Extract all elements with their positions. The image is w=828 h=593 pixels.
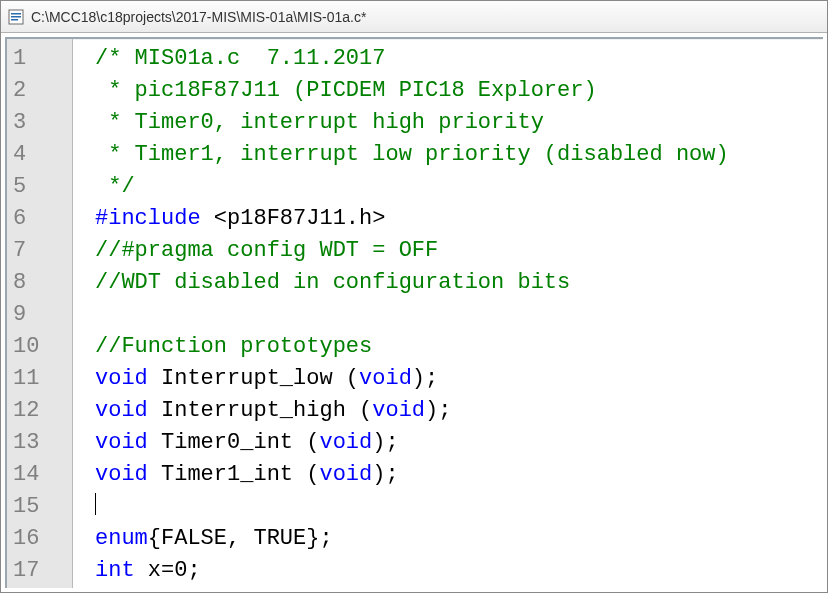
code-token: * Timer1, interrupt low priority (disabl… xyxy=(95,142,729,167)
svg-rect-2 xyxy=(11,16,21,18)
code-area[interactable]: /* MIS01a.c 7.11.2017 * pic18F87J11 (PIC… xyxy=(73,39,823,588)
svg-rect-3 xyxy=(11,19,18,21)
line-number: 13 xyxy=(7,427,72,459)
line-number: 6 xyxy=(7,203,72,235)
code-line[interactable]: //WDT disabled in configuration bits xyxy=(95,267,823,299)
code-token: * pic18F87J11 (PICDEM PIC18 Explorer) xyxy=(95,78,597,103)
code-token: void xyxy=(95,398,148,423)
window-title: C:\MCC18\c18projects\2017-MIS\MIS-01a\MI… xyxy=(31,9,366,25)
line-number: 2 xyxy=(7,75,72,107)
code-line[interactable]: void Timer1_int (void); xyxy=(95,459,823,491)
code-token: enum xyxy=(95,526,148,551)
code-line[interactable]: * pic18F87J11 (PICDEM PIC18 Explorer) xyxy=(95,75,823,107)
code-token: Interrupt_high ( xyxy=(148,398,372,423)
code-line[interactable]: /* MIS01a.c 7.11.2017 xyxy=(95,43,823,75)
code-line[interactable]: void Timer0_int (void); xyxy=(95,427,823,459)
code-token: {FALSE, TRUE}; xyxy=(148,526,333,551)
line-number: 17 xyxy=(7,555,72,587)
code-token: void xyxy=(319,462,372,487)
code-token: ); xyxy=(425,398,451,423)
code-token: void xyxy=(372,398,425,423)
code-token: ); xyxy=(412,366,438,391)
line-number: 12 xyxy=(7,395,72,427)
line-number: 11 xyxy=(7,363,72,395)
line-number: 3 xyxy=(7,107,72,139)
line-number: 7 xyxy=(7,235,72,267)
line-number: 8 xyxy=(7,267,72,299)
code-line[interactable]: void Interrupt_high (void); xyxy=(95,395,823,427)
line-number: 9 xyxy=(7,299,72,331)
line-number: 5 xyxy=(7,171,72,203)
code-line[interactable] xyxy=(95,491,823,523)
code-line[interactable]: //Function prototypes xyxy=(95,331,823,363)
code-token: <p18F87J11.h> xyxy=(214,206,386,231)
code-token: Interrupt_low ( xyxy=(148,366,359,391)
code-line[interactable]: enum{FALSE, TRUE}; xyxy=(95,523,823,555)
code-token: x=0; xyxy=(135,558,201,583)
code-line[interactable]: //#pragma config WDT = OFF xyxy=(95,235,823,267)
text-caret xyxy=(95,493,96,515)
c-source-icon xyxy=(7,8,25,26)
code-token: ); xyxy=(372,462,398,487)
titlebar[interactable]: C:\MCC18\c18projects\2017-MIS\MIS-01a\MI… xyxy=(1,1,827,33)
line-number: 1 xyxy=(7,43,72,75)
code-editor[interactable]: 1234567891011121314151617 /* MIS01a.c 7.… xyxy=(5,37,823,588)
code-token: Timer1_int ( xyxy=(148,462,320,487)
line-number: 16 xyxy=(7,523,72,555)
code-token: //Function prototypes xyxy=(95,334,372,359)
line-number-gutter: 1234567891011121314151617 xyxy=(7,39,73,588)
svg-rect-1 xyxy=(11,13,21,15)
line-number: 14 xyxy=(7,459,72,491)
code-token: Timer0_int ( xyxy=(148,430,320,455)
code-token: ); xyxy=(372,430,398,455)
code-token: #include xyxy=(95,206,214,231)
code-line[interactable]: * Timer0, interrupt high priority xyxy=(95,107,823,139)
code-token: void xyxy=(95,430,148,455)
code-token: void xyxy=(95,366,148,391)
code-line[interactable]: #include <p18F87J11.h> xyxy=(95,203,823,235)
code-token: /* MIS01a.c 7.11.2017 xyxy=(95,46,385,71)
code-line[interactable]: void Interrupt_low (void); xyxy=(95,363,823,395)
code-line[interactable]: int x=0; xyxy=(95,555,823,587)
code-token: */ xyxy=(95,174,135,199)
code-token: //WDT disabled in configuration bits xyxy=(95,270,570,295)
line-number: 10 xyxy=(7,331,72,363)
code-token: //#pragma config WDT = OFF xyxy=(95,238,438,263)
code-token: void xyxy=(359,366,412,391)
code-token: int xyxy=(95,558,135,583)
line-number: 15 xyxy=(7,491,72,523)
line-number: 4 xyxy=(7,139,72,171)
code-line[interactable] xyxy=(95,299,823,331)
code-token: void xyxy=(95,462,148,487)
editor-window: C:\MCC18\c18projects\2017-MIS\MIS-01a\MI… xyxy=(0,0,828,593)
code-line[interactable]: */ xyxy=(95,171,823,203)
code-line[interactable]: * Timer1, interrupt low priority (disabl… xyxy=(95,139,823,171)
code-token: void xyxy=(319,430,372,455)
code-token: * Timer0, interrupt high priority xyxy=(95,110,544,135)
